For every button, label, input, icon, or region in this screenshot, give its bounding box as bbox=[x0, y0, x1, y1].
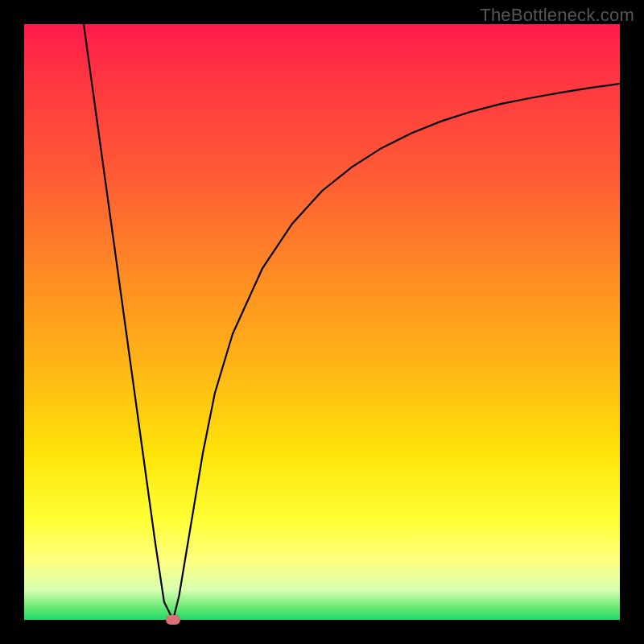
chart-frame: TheBottleneck.com bbox=[0, 0, 644, 644]
curve-line bbox=[84, 24, 620, 620]
watermark-text: TheBottleneck.com bbox=[480, 5, 634, 26]
plot-area bbox=[24, 24, 620, 620]
chart-svg bbox=[24, 24, 620, 620]
min-marker bbox=[166, 615, 180, 625]
